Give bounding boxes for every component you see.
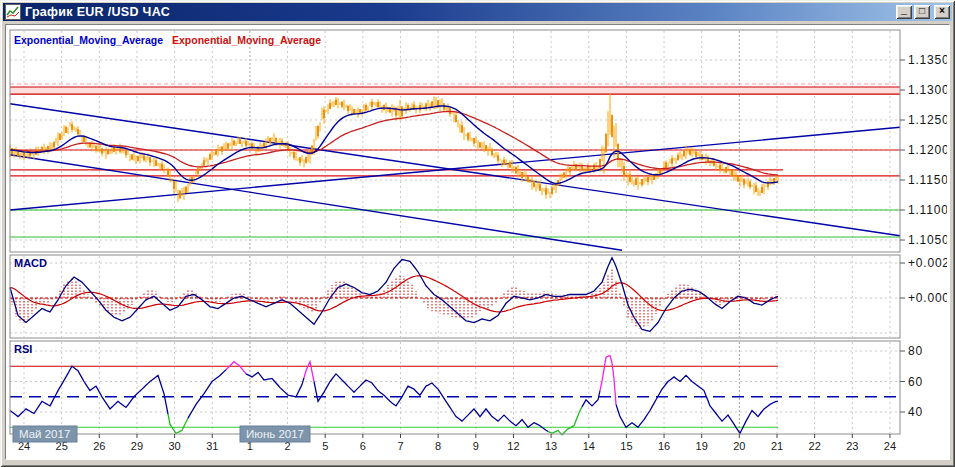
minimize-button[interactable]: _ bbox=[896, 5, 912, 19]
month-badge-label: Июнь 2017 bbox=[246, 428, 304, 440]
indicator-lines bbox=[10, 106, 898, 435]
rsi-line bbox=[548, 407, 582, 435]
price-axis-label: 1.1150 bbox=[908, 173, 947, 187]
x-axis-date-label: 15 bbox=[620, 440, 632, 452]
rsi-line bbox=[168, 414, 188, 433]
price-panel[interactable] bbox=[10, 30, 900, 252]
x-axis-date-label: 8 bbox=[435, 440, 441, 452]
price-axis-label: 1.1300 bbox=[908, 83, 947, 97]
rsi-axis-label: 40 bbox=[908, 405, 923, 419]
price-axis-label: 1.1200 bbox=[908, 143, 947, 157]
x-axis-date-label: 26 bbox=[93, 440, 105, 452]
x-axis-date-label: 22 bbox=[809, 440, 821, 452]
rsi-line bbox=[188, 370, 226, 418]
resistance-band bbox=[10, 87, 900, 94]
ema-slow-label: Exponential_Moving_Average bbox=[172, 34, 321, 46]
rsi-line bbox=[314, 374, 548, 431]
x-axis-date-label: 7 bbox=[397, 440, 403, 452]
chart-canvas[interactable]: 1.13501.13001.12501.12001.11501.11001.10… bbox=[6, 25, 947, 457]
x-axis-date-label: 23 bbox=[846, 440, 858, 452]
maximize-button[interactable]: □ bbox=[914, 5, 930, 19]
x-axis-date-label: 31 bbox=[206, 440, 218, 452]
rsi-line bbox=[10, 366, 168, 416]
x-axis-date-label: 14 bbox=[583, 440, 595, 452]
trend-lines[interactable] bbox=[10, 104, 900, 250]
rsi-line bbox=[304, 362, 314, 382]
rsi-line bbox=[582, 391, 600, 407]
rsi-line bbox=[226, 362, 246, 374]
x-axis-date-label: 19 bbox=[696, 440, 708, 452]
x-axis-date-label: 24 bbox=[884, 440, 896, 452]
x-axis-date-label: 13 bbox=[545, 440, 557, 452]
chart-app-icon bbox=[5, 4, 21, 20]
x-axis-date-label: 30 bbox=[168, 440, 180, 452]
x-axis-date-label: 20 bbox=[733, 440, 745, 452]
macd-axis-label: +0.002 bbox=[908, 256, 947, 270]
x-axis-date-label: 5 bbox=[322, 440, 328, 452]
trend-line bbox=[10, 127, 900, 210]
x-axis-date-label: 9 bbox=[473, 440, 479, 452]
ema-fast-line bbox=[10, 106, 778, 183]
chart-client-area: 1.13501.13001.12501.12001.11501.11001.10… bbox=[5, 24, 950, 460]
rsi-panel-label: RSI bbox=[14, 343, 32, 355]
x-axis-date-label: 29 bbox=[131, 440, 143, 452]
close-button[interactable]: × bbox=[934, 5, 950, 19]
chart-window: График EUR /USD ЧАС _ □ × 1.13501.13001.… bbox=[0, 0, 955, 467]
x-axis-date-label: 6 bbox=[360, 440, 366, 452]
title-bar[interactable]: График EUR /USD ЧАС _ □ × bbox=[3, 3, 952, 21]
macd-signal-line bbox=[10, 276, 778, 312]
price-axis-label: 1.1350 bbox=[908, 53, 947, 67]
x-axis-date-label: 16 bbox=[658, 440, 670, 452]
x-axis-date-label: 21 bbox=[771, 440, 783, 452]
month-badge-label: Май 2017 bbox=[19, 428, 70, 440]
ema-fast-label: Exponential_Moving_Average bbox=[14, 34, 163, 46]
price-axis-label: 1.1250 bbox=[908, 113, 947, 127]
rsi-axis-label: 80 bbox=[908, 344, 923, 358]
rsi-line bbox=[246, 372, 304, 396]
macd-axis-label: +0.000 bbox=[908, 291, 947, 305]
trend-line bbox=[10, 155, 622, 250]
macd-line bbox=[10, 258, 778, 332]
x-axis-date-label: 12 bbox=[507, 440, 519, 452]
window-title: График EUR /USD ЧАС bbox=[25, 5, 170, 19]
macd-panel-label: MACD bbox=[14, 257, 47, 269]
rsi-line bbox=[616, 375, 778, 433]
rsi-axis-label: 60 bbox=[908, 375, 923, 389]
price-axis-label: 1.1100 bbox=[908, 203, 947, 217]
price-axis-label: 1.1050 bbox=[908, 233, 947, 247]
